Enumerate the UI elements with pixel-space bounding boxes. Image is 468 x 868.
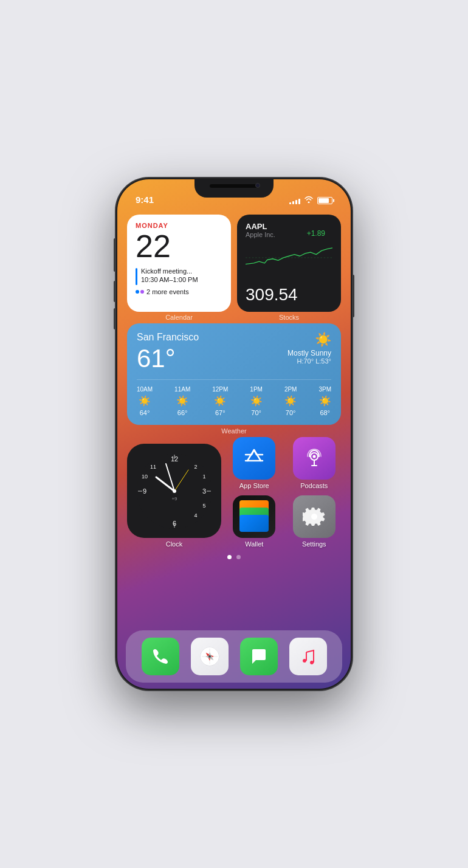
podcasts-container: Podcasts — [287, 437, 342, 489]
stocks-widget-label: Stocks — [237, 314, 341, 321]
weather-right: ☀️ Mostly Sunny H:70° L:53° — [287, 332, 331, 365]
dock — [126, 630, 342, 683]
calendar-dot-2 — [140, 290, 144, 294]
calendar-more-text: 2 more events — [146, 288, 189, 295]
calendar-event-bar — [136, 268, 137, 285]
weather-widget[interactable]: San Francisco 61° ☀️ Mostly Sunny H:70° … — [127, 323, 341, 425]
dock-safari[interactable] — [191, 638, 229, 675]
apps-section: 12 3 6 9 2 1 11 10 4 5 — [117, 437, 351, 548]
stocks-change: +1.89 — [307, 229, 325, 238]
weather-hourly: 10AM ☀️ 64° 11AM ☀️ 66° 12PM — [137, 379, 331, 416]
wallet-label: Wallet — [245, 540, 263, 548]
svg-text:5: 5 — [202, 503, 205, 509]
apps-row: 12 3 6 9 2 1 11 10 4 5 — [127, 437, 341, 548]
weather-hilo: H:70° L:53° — [287, 357, 331, 365]
calendar-widget[interactable]: MONDAY 22 Kickoff meeting... 10:30 AM–1:… — [127, 215, 231, 312]
dock-music[interactable] — [289, 638, 327, 675]
wallet-icon[interactable] — [233, 495, 275, 538]
wifi-icon — [304, 196, 314, 205]
iphone-frame: 9:41 — [115, 177, 353, 691]
weather-hour-6: 3PM ☀️ 68° — [318, 386, 331, 416]
calendar-date: 22 — [136, 230, 222, 262]
svg-point-33 — [208, 655, 211, 658]
calendar-dots — [136, 290, 144, 294]
status-time: 9:41 — [136, 195, 154, 205]
svg-point-20 — [173, 489, 176, 493]
stocks-chart — [246, 241, 332, 283]
calendar-event-time: 10:30 AM–1:00 PM — [141, 275, 198, 284]
calendar-event-name: Kickoff meeting... — [141, 267, 198, 275]
weather-city: San Francisco — [137, 332, 199, 343]
stocks-widget[interactable]: AAPL Apple Inc. +1.89 309.54 — [237, 215, 341, 312]
weather-temp: 61° — [137, 344, 199, 373]
calendar-widget-label: Calendar — [127, 314, 231, 321]
calendar-dot-1 — [136, 290, 139, 294]
svg-text:11: 11 — [150, 464, 156, 470]
svg-point-23 — [312, 455, 315, 458]
weather-hour-4: 1PM ☀️ 70° — [250, 386, 263, 416]
stocks-header: AAPL Apple Inc. +1.89 — [246, 222, 332, 238]
weather-condition: Mostly Sunny — [287, 349, 331, 357]
weather-top-row: San Francisco 61° ☀️ Mostly Sunny H:70° … — [137, 332, 331, 373]
weather-hour-1: 10AM ☀️ 64° — [137, 386, 153, 416]
signal-icon — [289, 197, 300, 204]
svg-text:4: 4 — [194, 512, 197, 518]
top-widgets-row: MONDAY 22 Kickoff meeting... 10:30 AM–1:… — [127, 215, 341, 321]
svg-text:10: 10 — [141, 474, 147, 480]
page-dots — [117, 555, 351, 559]
podcasts-label: Podcasts — [300, 482, 328, 489]
podcasts-icon[interactable] — [293, 437, 336, 480]
weather-hour-5: 2PM ☀️ 70° — [284, 386, 297, 416]
app-store-container: App Store — [227, 437, 281, 489]
phone-screen: 9:41 — [117, 179, 351, 689]
widgets-area: MONDAY 22 Kickoff meeting... 10:30 AM–1:… — [117, 210, 351, 435]
weather-left: San Francisco 61° — [137, 332, 199, 373]
wallet-container: Wallet — [227, 495, 281, 548]
svg-text:1: 1 — [202, 474, 205, 480]
page-dot-1 — [227, 555, 232, 559]
svg-text:3: 3 — [202, 487, 205, 495]
svg-text:+9: +9 — [171, 496, 177, 501]
weather-widget-container: San Francisco 61° ☀️ Mostly Sunny H:70° … — [127, 323, 341, 435]
clock-face-svg: 12 3 6 9 2 1 11 10 4 5 — [135, 452, 214, 531]
weather-hour-2: 11AM ☀️ 66° — [174, 386, 190, 416]
calendar-widget-container: MONDAY 22 Kickoff meeting... 10:30 AM–1:… — [127, 215, 231, 321]
screen-content: MONDAY 22 Kickoff meeting... 10:30 AM–1:… — [117, 210, 351, 689]
stocks-widget-container: AAPL Apple Inc. +1.89 309.54 — [237, 215, 341, 321]
settings-container: Settings — [287, 495, 342, 548]
status-icons — [289, 196, 332, 205]
clock-widget-container: 12 3 6 9 2 1 11 10 4 5 — [127, 444, 221, 548]
notch — [194, 179, 274, 198]
dock-phone[interactable] — [142, 638, 179, 675]
dock-messages[interactable] — [240, 638, 278, 675]
svg-text:2: 2 — [194, 464, 197, 470]
small-apps-grid: App Store — [221, 437, 341, 548]
app-store-label: App Store — [239, 482, 269, 489]
calendar-event: Kickoff meeting... 10:30 AM–1:00 PM — [136, 267, 222, 285]
calendar-more-events: 2 more events — [136, 288, 222, 295]
svg-text:9: 9 — [142, 487, 146, 495]
settings-icon[interactable] — [293, 495, 336, 538]
weather-widget-label: Weather — [127, 427, 341, 435]
clock-widget-label: Clock — [166, 540, 183, 548]
wallet-card-3 — [239, 515, 269, 532]
stocks-price: 309.54 — [246, 285, 332, 305]
weather-hour-3: 12PM ☀️ 67° — [212, 386, 228, 416]
sun-icon: ☀️ — [287, 332, 331, 348]
page-dot-2 — [236, 555, 241, 559]
clock-widget[interactable]: 12 3 6 9 2 1 11 10 4 5 — [127, 444, 221, 538]
battery-icon — [317, 197, 332, 204]
app-store-icon[interactable] — [233, 437, 275, 480]
settings-label: Settings — [302, 540, 326, 548]
